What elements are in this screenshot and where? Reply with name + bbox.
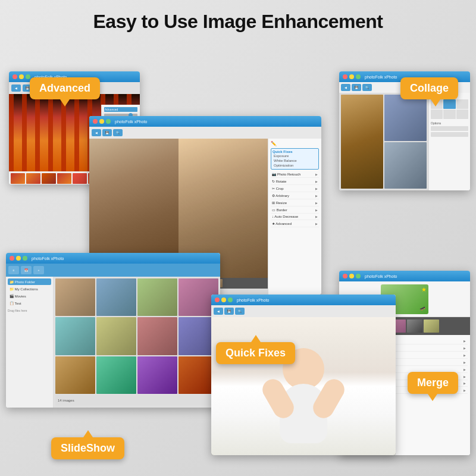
layout-opt-4[interactable] bbox=[431, 109, 443, 119]
window-title-collage: photoFolk xPhoto bbox=[365, 75, 397, 79]
panel-item-1: Advanced bbox=[104, 107, 137, 112]
ss-folder-item-4[interactable]: 📋 Test bbox=[8, 300, 51, 306]
maximize-btn[interactable] bbox=[26, 74, 30, 79]
layout-opt-2[interactable] bbox=[443, 99, 455, 109]
ss-thumb-3[interactable] bbox=[137, 278, 177, 316]
window-title-qf: photoFolk xPhoto bbox=[115, 120, 147, 124]
slideshow-bottom-bar: 14 images bbox=[55, 395, 218, 406]
ss-close-btn[interactable] bbox=[10, 256, 14, 261]
merge-close-btn[interactable] bbox=[343, 274, 347, 278]
toolbar-btn-back[interactable]: ◀ bbox=[11, 84, 21, 92]
baby-min-btn[interactable] bbox=[221, 298, 226, 302]
thumb-2[interactable] bbox=[26, 173, 40, 184]
window-titlebar-merge: photoFolk xPhoto bbox=[339, 271, 470, 281]
close-btn[interactable] bbox=[12, 74, 17, 79]
ss-max-btn[interactable] bbox=[23, 256, 27, 261]
ss-thumb-7[interactable] bbox=[137, 317, 177, 355]
baby-tb-zoom[interactable]: 🔍 bbox=[235, 308, 245, 315]
group-auto-decrease[interactable]: ↓ Auto Decrease▶ bbox=[271, 214, 319, 220]
quickfix-panel-groups: 📷 Photo Retouch▶ ↻ Rotate▶ ✂ Crop▶ ⚙ Arb… bbox=[271, 171, 319, 227]
layout-opt-6[interactable] bbox=[456, 109, 468, 119]
ss-drag-label: Drag files here bbox=[8, 309, 51, 312]
collage-close-btn[interactable] bbox=[343, 74, 347, 79]
ss-thumb-9[interactable] bbox=[55, 356, 95, 394]
quickfix-item-optimization[interactable]: Optimization bbox=[273, 163, 317, 168]
ss-folder-item-3[interactable]: 🎬 Movies bbox=[8, 293, 51, 299]
collage-right-panel: Layout Options bbox=[428, 93, 470, 190]
merge-star-icon: ★ bbox=[421, 286, 427, 293]
ss-folder-item-2[interactable]: 📁 My Collections bbox=[8, 286, 51, 292]
ss-thumb-2[interactable] bbox=[96, 278, 136, 316]
merge-min-btn[interactable] bbox=[349, 274, 354, 278]
quickfix-toolbar: ◀ 💾 🔍 bbox=[89, 127, 321, 139]
minimize-btn[interactable] bbox=[19, 74, 24, 79]
group-photo-retouch[interactable]: 📷 Photo Retouch▶ bbox=[271, 171, 319, 178]
baby-photo bbox=[211, 317, 396, 455]
ss-thumb-6[interactable] bbox=[96, 317, 136, 355]
qf-toolbar-back[interactable]: ◀ bbox=[92, 129, 101, 136]
quickfix-item-exposure[interactable]: Exposure bbox=[273, 154, 317, 158]
baby-main-content bbox=[211, 317, 396, 455]
collage-tb-3[interactable]: 🔍 bbox=[362, 84, 372, 91]
collage-cell-2 bbox=[384, 95, 427, 141]
merge-thumb-6[interactable] bbox=[424, 320, 439, 333]
baby-tb-back[interactable]: ◀ bbox=[214, 308, 223, 315]
ss-min-btn[interactable] bbox=[16, 256, 21, 261]
quickfix-panel-title: ✏️ bbox=[271, 141, 319, 146]
ss-thumb-5[interactable] bbox=[55, 317, 95, 355]
group-border[interactable]: ▭ Border▶ bbox=[271, 206, 319, 214]
thumb-3[interactable] bbox=[42, 173, 56, 184]
slideshow-toolbar: ≡ 📅 + bbox=[6, 264, 220, 277]
collage-cell-1 bbox=[341, 95, 383, 189]
ss-tb-collections[interactable]: ≡ bbox=[8, 266, 19, 274]
merge-thumb-5[interactable] bbox=[407, 320, 422, 333]
window-title-ss: photoFolk xPhoto bbox=[32, 256, 64, 261]
thumb-5[interactable] bbox=[73, 173, 87, 184]
thumb-1[interactable] bbox=[11, 173, 25, 184]
merge-max-btn[interactable] bbox=[356, 274, 361, 278]
window-titlebar-baby: photoFolk xPhoto bbox=[211, 295, 396, 305]
thumb-4[interactable] bbox=[57, 173, 71, 184]
ss-folder-item-1[interactable]: 📁 Photo Folder bbox=[8, 278, 51, 285]
qf-toolbar-save[interactable]: 💾 bbox=[102, 129, 112, 136]
qf-minimize-btn[interactable] bbox=[99, 119, 104, 124]
collage-option-bar-1 bbox=[431, 126, 468, 131]
baby-max-btn[interactable] bbox=[228, 298, 233, 302]
collage-options-label: Options bbox=[431, 121, 468, 125]
baby-close-btn[interactable] bbox=[215, 298, 220, 302]
collage-max-btn[interactable] bbox=[356, 74, 361, 79]
ss-thumb-11[interactable] bbox=[137, 356, 177, 394]
baby-toolbar: ◀ 💾 🔍 bbox=[211, 305, 396, 317]
slideshow-content: 📁 Photo Folder 📁 My Collections 🎬 Movies… bbox=[6, 277, 220, 408]
group-resize[interactable]: ⊞ Resize▶ bbox=[271, 199, 319, 206]
group-arbitrary[interactable]: ⚙ Arbitrary▶ bbox=[271, 192, 319, 199]
group-crop[interactable]: ✂ Crop▶ bbox=[271, 185, 319, 192]
layout-opt-5[interactable] bbox=[443, 109, 455, 119]
collage-tb-2[interactable]: 💾 bbox=[352, 84, 361, 91]
window-titlebar-quickfix: photoFolk xPhoto bbox=[89, 116, 321, 127]
baby-tb-save[interactable]: 💾 bbox=[224, 308, 234, 315]
window-title-merge: photoFolk xPhoto bbox=[365, 274, 397, 278]
quickfix-section[interactable]: Quick Fixes Exposure White Balance Optim… bbox=[271, 148, 319, 170]
slideshow-left-panel: 📁 Photo Folder 📁 My Collections 🎬 Movies… bbox=[6, 277, 54, 408]
collage-min-btn[interactable] bbox=[349, 74, 354, 79]
collage-content: Layout Options bbox=[339, 93, 470, 190]
label-merge: Merge bbox=[408, 372, 458, 394]
qf-maximize-btn[interactable] bbox=[106, 119, 111, 124]
ss-thumb-1[interactable] bbox=[55, 278, 95, 316]
collage-option-bar-2 bbox=[431, 132, 468, 137]
qf-close-btn[interactable] bbox=[93, 119, 98, 124]
slideshow-main: 14 images bbox=[54, 277, 220, 408]
quickfix-item-whitebalance[interactable]: White Balance bbox=[273, 158, 317, 163]
ss-thumb-10[interactable] bbox=[96, 356, 136, 394]
ss-tb-calendar[interactable]: 📅 bbox=[21, 266, 32, 274]
quickfix-right-panel: ✏️ Quick Fixes Exposure White Balance Op… bbox=[268, 139, 321, 295]
group-advanced[interactable]: ★ Advanced▶ bbox=[271, 220, 319, 227]
collage-main-area bbox=[339, 93, 428, 190]
group-rotate[interactable]: ↻ Rotate▶ bbox=[271, 178, 319, 185]
layout-opt-3[interactable] bbox=[456, 99, 468, 109]
collage-tb-1[interactable]: ◀ bbox=[341, 84, 350, 91]
qf-toolbar-zoom[interactable]: 🔍 bbox=[113, 129, 123, 136]
ss-tb-add[interactable]: + bbox=[33, 266, 44, 274]
slideshow-thumb-grid bbox=[55, 278, 218, 394]
